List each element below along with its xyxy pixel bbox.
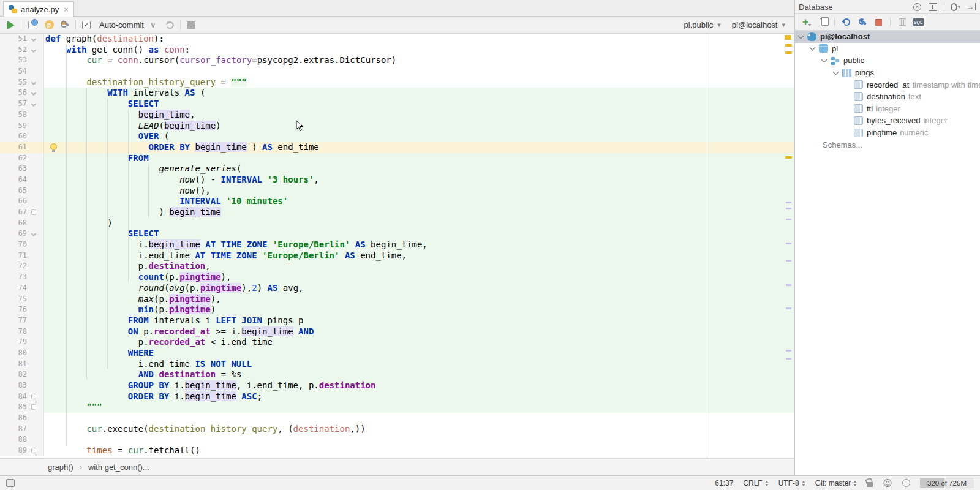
editor-gutter[interactable]: 65 <box>0 186 44 197</box>
code-line[interactable]: 88 <box>0 434 794 445</box>
tree-item-pingtime[interactable]: pingtimenumeric <box>795 127 980 139</box>
chevron-down-icon[interactable]: ∨ <box>150 20 156 29</box>
code-text[interactable]: cur.execute(destination_history_query, (… <box>44 424 794 435</box>
code-line[interactable]: 72 p.destination, <box>0 261 794 272</box>
code-line[interactable]: 70 i.begin_time AT TIME ZONE 'Europe/Ber… <box>0 239 794 251</box>
code-text[interactable]: round(avg(p.pingtime),2) AS avg, <box>44 283 794 294</box>
editor-gutter[interactable]: 81 <box>0 359 44 370</box>
code-line[interactable]: 87 cur.execute(destination_history_query… <box>0 424 794 435</box>
fold-open-icon[interactable] <box>31 47 36 52</box>
editor-gutter[interactable]: 75 <box>0 294 44 305</box>
code-line[interactable]: 63 generate_series( <box>0 164 794 175</box>
code-line[interactable]: 56 WITH intervals AS ( <box>0 88 794 99</box>
code-text[interactable]: SELECT <box>44 99 794 110</box>
code-text[interactable]: ) begin_time <box>44 207 794 218</box>
code-text[interactable]: OVER ( <box>44 131 794 142</box>
notifications-icon[interactable] <box>902 479 910 487</box>
code-text[interactable]: generate_series( <box>44 164 794 175</box>
duplicate-icon[interactable] <box>816 15 829 29</box>
editor-gutter[interactable]: 56 <box>0 88 44 99</box>
editor-gutter[interactable]: 61 <box>0 142 44 153</box>
tab-close-icon[interactable]: × <box>64 5 69 14</box>
code-text[interactable]: ) <box>44 218 794 229</box>
occurrence-mark[interactable] <box>786 350 791 352</box>
occurrence-mark[interactable] <box>786 307 791 309</box>
editor-gutter[interactable]: 74 <box>0 283 44 294</box>
code-line[interactable]: 80 WHERE <box>0 348 794 359</box>
caret-position[interactable]: 61:37 <box>715 479 733 488</box>
chevron-down-icon[interactable] <box>821 57 827 63</box>
code-line[interactable]: 58 begin_time, <box>0 110 794 121</box>
code-text[interactable]: WITH intervals AS ( <box>44 88 794 99</box>
code-line[interactable]: 74 round(avg(p.pingtime),2) AS avg, <box>0 283 794 294</box>
code-line[interactable]: 65 now(), <box>0 186 794 197</box>
editor-gutter[interactable]: 60 <box>0 131 44 142</box>
code-text[interactable]: p.recorded_at < i.end_time <box>44 337 794 348</box>
editor-gutter[interactable]: 87 <box>0 424 44 435</box>
code-line[interactable]: 55 destination_history_query = """ <box>0 77 794 88</box>
chevron-down-icon[interactable] <box>798 32 804 39</box>
memory-indicator[interactable]: 320 of 725M <box>920 478 974 488</box>
editor-gutter[interactable]: 72 <box>0 261 44 272</box>
disconnect-icon[interactable] <box>872 15 885 29</box>
occurrence-mark[interactable] <box>786 358 791 360</box>
table-view-icon[interactable] <box>895 15 909 29</box>
editor-gutter[interactable]: 82 <box>0 369 44 380</box>
hide-panel-icon[interactable]: → <box>967 2 976 12</box>
split-view-icon[interactable] <box>928 2 938 12</box>
editor-gutter[interactable]: 66 <box>0 196 44 207</box>
tree-item-public[interactable]: public <box>795 55 980 67</box>
chevron-down-icon[interactable] <box>810 45 816 51</box>
run-button[interactable] <box>4 18 17 32</box>
code-text[interactable]: FROM <box>44 153 794 164</box>
fold-open-icon[interactable] <box>31 232 36 236</box>
diagnostics-wrench-icon[interactable] <box>856 15 869 29</box>
tab-analyze-py[interactable]: analyze.py × <box>3 1 74 17</box>
code-line[interactable]: 77 FROM intervals i LEFT JOIN pings p <box>0 315 794 326</box>
editor-gutter[interactable]: 85 <box>0 402 44 413</box>
occurrence-mark[interactable] <box>786 219 791 221</box>
tree-item-pi[interactable]: pi <box>795 43 980 55</box>
collapse-icon[interactable]: ✕ <box>912 2 922 12</box>
code-line[interactable]: 89 times = cur.fetchall() <box>0 445 794 456</box>
occurrence-mark[interactable] <box>786 202 791 203</box>
fold-open-icon[interactable] <box>31 91 36 96</box>
code-line[interactable]: 83 GROUP BY i.begin_time, i.end_time, p.… <box>0 380 794 391</box>
add-datasource-button[interactable]: +▾ <box>800 15 813 29</box>
code-text[interactable]: ORDER BY i.begin_time ASC; <box>44 391 794 402</box>
breadcrumb-item[interactable]: with get_conn()... <box>88 462 149 472</box>
editor-gutter[interactable]: 54 <box>0 66 44 77</box>
editor-gutter[interactable]: 59 <box>0 121 44 132</box>
code-text[interactable] <box>44 66 794 77</box>
code-line[interactable]: 84 ORDER BY i.begin_time ASC; <box>0 391 794 402</box>
tool-window-switcher-icon[interactable] <box>6 479 15 487</box>
code-text[interactable]: p.destination, <box>44 261 794 272</box>
settings-wrench-icon[interactable] <box>58 18 72 32</box>
encoding-selector[interactable]: UTF-8 <box>778 479 805 488</box>
fold-open-icon[interactable] <box>31 102 36 107</box>
editor-gutter[interactable]: 86 <box>0 413 44 424</box>
occurrence-mark[interactable] <box>786 284 791 286</box>
code-line[interactable]: 64 now() - INTERVAL '3 hours', <box>0 175 794 186</box>
chevron-down-icon[interactable] <box>833 69 839 75</box>
editor-gutter[interactable]: 57 <box>0 99 44 110</box>
code-line[interactable]: 68 ) <box>0 218 794 229</box>
warning-mark[interactable] <box>785 44 792 47</box>
code-text[interactable]: i.end_time AT TIME ZONE 'Europe/Berlin' … <box>44 251 794 262</box>
code-line[interactable]: 75 max(p.pingtime), <box>0 294 794 305</box>
jump-to-console-icon[interactable]: SQL <box>911 15 925 29</box>
schema-selector[interactable]: pi.public ▾ <box>684 20 721 29</box>
code-text[interactable]: LEAD(begin_time) <box>44 121 794 132</box>
breadcrumb-item[interactable]: graph() <box>48 462 74 472</box>
code-text[interactable]: FROM intervals i LEFT JOIN pings p <box>44 315 794 326</box>
code-text[interactable]: AND destination = %s <box>44 369 794 380</box>
occurrence-mark[interactable] <box>786 260 791 262</box>
code-text[interactable]: ON p.recorded_at >= i.begin_time AND <box>44 326 794 337</box>
code-text[interactable]: WHERE <box>44 348 794 359</box>
editor-gutter[interactable]: 73 <box>0 272 44 283</box>
editor-gutter[interactable]: 80 <box>0 348 44 359</box>
tree-item-pings[interactable]: pings <box>795 67 980 79</box>
warning-mark[interactable] <box>785 51 792 54</box>
editor-gutter[interactable]: 79 <box>0 337 44 348</box>
code-text[interactable]: GROUP BY i.begin_time, i.end_time, p.des… <box>44 380 794 391</box>
